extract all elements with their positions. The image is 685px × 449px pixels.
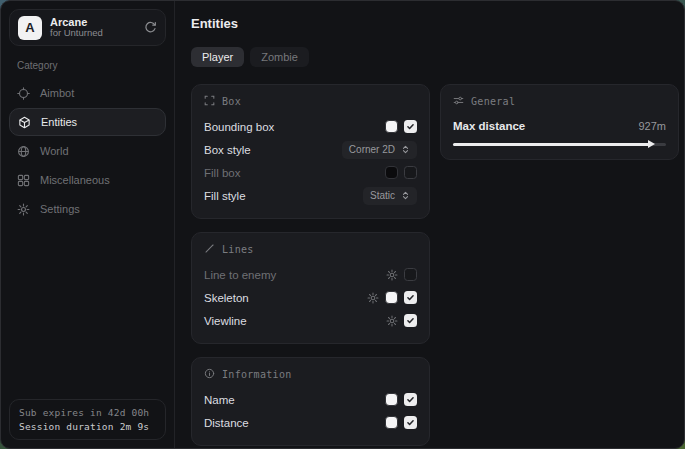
sidebar-item-label: Aimbot bbox=[40, 87, 74, 99]
skeleton-label: Skeleton bbox=[204, 292, 249, 304]
box-style-value: Corner 2D bbox=[349, 144, 395, 155]
max-distance-slider[interactable] bbox=[453, 140, 666, 148]
distance-color-swatch[interactable] bbox=[385, 416, 398, 429]
skeleton-checkbox[interactable] bbox=[404, 291, 417, 304]
line-to-enemy-settings-icon[interactable] bbox=[386, 269, 398, 281]
category-label: Category bbox=[17, 60, 166, 71]
line-to-enemy-label: Line to enemy bbox=[204, 269, 276, 281]
distance-label: Distance bbox=[204, 417, 249, 429]
name-checkbox[interactable] bbox=[404, 393, 417, 406]
skeleton-color-swatch[interactable] bbox=[385, 291, 398, 304]
fill-style-value: Static bbox=[370, 190, 395, 201]
fill-box-checkbox[interactable] bbox=[404, 166, 417, 179]
app-logo: A bbox=[18, 16, 42, 40]
skeleton-row: Skeleton bbox=[204, 286, 417, 309]
fill-style-label: Fill style bbox=[204, 190, 246, 202]
sidebar-item-entities[interactable]: Entities bbox=[9, 108, 166, 136]
max-distance-label: Max distance bbox=[453, 120, 525, 132]
max-distance-slider-fill bbox=[453, 143, 650, 146]
name-row: Name bbox=[204, 388, 417, 411]
general-card-header: General bbox=[453, 95, 666, 108]
corners-icon bbox=[204, 95, 215, 108]
max-distance-row: Max distance 927m bbox=[453, 115, 666, 137]
tab-zombie[interactable]: Zombie bbox=[250, 47, 309, 67]
line-to-enemy-row: Line to enemy bbox=[204, 263, 417, 286]
right-column: General Max distance 927m bbox=[440, 84, 679, 160]
sidebar-item-label: World bbox=[40, 145, 69, 157]
max-distance-slider-handle[interactable] bbox=[648, 140, 655, 148]
sidebar-item-label: Miscellaneous bbox=[40, 174, 110, 186]
information-card-title: Information bbox=[222, 369, 292, 380]
tab-player[interactable]: Player bbox=[191, 47, 244, 67]
fill-style-dropdown[interactable]: Static bbox=[363, 187, 417, 205]
brand-text: Arcane for Unturned bbox=[50, 16, 103, 40]
session-duration-text: Session duration 2m 9s bbox=[19, 421, 156, 432]
sidebar-item-label: Entities bbox=[41, 116, 77, 128]
viewline-label: Viewline bbox=[204, 315, 247, 327]
viewline-settings-icon[interactable] bbox=[386, 315, 398, 327]
box-style-label: Box style bbox=[204, 144, 251, 156]
name-color-swatch[interactable] bbox=[385, 393, 398, 406]
crosshair-icon bbox=[17, 87, 30, 100]
bounding-box-row: Bounding box bbox=[204, 115, 417, 138]
box-card-title: Box bbox=[222, 96, 241, 107]
gear-icon bbox=[17, 203, 30, 216]
skeleton-settings-icon[interactable] bbox=[367, 292, 379, 304]
viewline-checkbox[interactable] bbox=[404, 314, 417, 327]
card-columns: Box Bounding box Box style bbox=[191, 84, 668, 446]
sync-icon[interactable] bbox=[144, 21, 157, 34]
tab-bar: Player Zombie bbox=[191, 47, 668, 67]
box-card-header: Box bbox=[204, 95, 417, 108]
sidebar: A Arcane for Unturned Category Aimbot bbox=[1, 1, 175, 448]
fill-box-row: Fill box bbox=[204, 161, 417, 184]
bounding-box-label: Bounding box bbox=[204, 121, 274, 133]
information-card: Information Name Distance bbox=[191, 357, 430, 446]
bounding-box-checkbox[interactable] bbox=[404, 120, 417, 133]
globe-icon bbox=[17, 145, 30, 158]
check-icon bbox=[406, 418, 415, 427]
lines-card: Lines Line to enemy bbox=[191, 232, 430, 344]
general-card: General Max distance 927m bbox=[440, 84, 679, 160]
fill-box-color-swatch[interactable] bbox=[385, 166, 398, 179]
fill-style-row: Fill style Static bbox=[204, 184, 417, 207]
information-card-header: Information bbox=[204, 368, 417, 381]
cube-icon bbox=[18, 116, 31, 129]
sub-expiry-text: Sub expires in 42d 00h bbox=[19, 407, 156, 418]
bounding-box-color-swatch[interactable] bbox=[385, 120, 398, 133]
app-subtitle: for Unturned bbox=[50, 28, 103, 39]
sliders-icon bbox=[453, 95, 464, 108]
diagonal-line-icon bbox=[204, 243, 215, 256]
viewline-row: Viewline bbox=[204, 309, 417, 332]
fill-box-label: Fill box bbox=[204, 167, 240, 179]
left-column: Box Bounding box Box style bbox=[191, 84, 430, 446]
sidebar-item-label: Settings bbox=[40, 203, 80, 215]
info-icon bbox=[204, 368, 215, 381]
brand-card: A Arcane for Unturned bbox=[9, 9, 166, 46]
name-label: Name bbox=[204, 394, 235, 406]
check-icon bbox=[406, 122, 415, 131]
general-card-title: General bbox=[471, 96, 515, 107]
sidebar-spacer bbox=[9, 224, 166, 399]
sidebar-item-aimbot[interactable]: Aimbot bbox=[9, 79, 166, 107]
sidebar-item-settings[interactable]: Settings bbox=[9, 195, 166, 223]
page-title: Entities bbox=[191, 16, 668, 31]
distance-row: Distance bbox=[204, 411, 417, 434]
lines-card-title: Lines bbox=[222, 244, 254, 255]
check-icon bbox=[406, 316, 415, 325]
distance-checkbox[interactable] bbox=[404, 416, 417, 429]
line-to-enemy-checkbox[interactable] bbox=[404, 268, 417, 281]
sidebar-item-world[interactable]: World bbox=[9, 137, 166, 165]
chevron-up-down-icon bbox=[401, 145, 410, 154]
box-card: Box Bounding box Box style bbox=[191, 84, 430, 219]
box-style-dropdown[interactable]: Corner 2D bbox=[342, 141, 417, 159]
main-content: Entities Player Zombie Box bbox=[175, 1, 684, 448]
check-icon bbox=[406, 395, 415, 404]
box-style-row: Box style Corner 2D bbox=[204, 138, 417, 161]
check-icon bbox=[406, 293, 415, 302]
lines-card-header: Lines bbox=[204, 243, 417, 256]
max-distance-value: 927m bbox=[638, 120, 666, 132]
subscription-status: Sub expires in 42d 00h Session duration … bbox=[9, 399, 166, 440]
app-window: A Arcane for Unturned Category Aimbot bbox=[0, 0, 685, 449]
chevron-up-down-icon bbox=[401, 191, 410, 200]
sidebar-item-miscellaneous[interactable]: Miscellaneous bbox=[9, 166, 166, 194]
